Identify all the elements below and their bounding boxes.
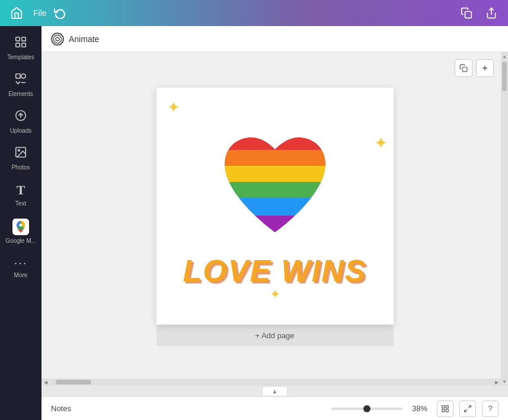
love-wins-text: LOVE WINS [183,253,367,288]
svg-rect-0 [465,12,472,18]
zoom-level: 38% [408,404,431,413]
more-icon: ··· [14,256,28,270]
text-label: Text [15,200,26,207]
templates-icon [14,36,27,52]
svg-rect-2 [16,37,20,41]
photos-label: Photos [11,164,30,171]
uploads-icon [14,109,27,125]
duplicate-button[interactable] [457,4,476,23]
svg-line-30 [465,409,467,412]
svg-point-14 [53,35,62,43]
photos-icon [14,146,27,162]
scroll-down-arrow[interactable]: ▼ [501,377,508,386]
svg-rect-3 [22,37,25,41]
home-button[interactable] [7,4,26,23]
notes-expand-arrow: ▲ [272,388,278,395]
notes-slider[interactable] [331,408,402,410]
scroll-right-arrow[interactable]: ▶ [493,379,501,386]
sparkle-topleft: ✦ [167,100,180,115]
svg-rect-23 [219,198,331,216]
scroll-up-arrow[interactable]: ▲ [501,52,508,60]
svg-rect-28 [446,409,448,412]
svg-rect-19 [219,132,331,150]
sidebar-item-templates[interactable]: Templates [2,31,40,65]
content-area: Animate [41,26,508,420]
svg-rect-5 [22,43,25,47]
more-label: More [14,272,28,278]
grid-view-button[interactable] [437,400,453,417]
main-layout: Templates Elements [0,26,508,420]
svg-rect-20 [219,150,331,166]
add-canvas-button[interactable] [476,59,494,77]
animate-label[interactable]: Animate [69,34,99,44]
svg-rect-21 [219,166,331,182]
notes-slider-dot [363,405,370,412]
file-menu[interactable]: File [33,8,47,18]
scroll-thumb-v[interactable] [502,62,507,91]
help-button[interactable]: ? [482,400,499,417]
elements-label: Elements [8,91,33,97]
svg-rect-25 [442,405,445,408]
svg-rect-4 [16,43,20,47]
elements-icon [14,72,27,88]
heart-svg [219,132,331,241]
help-icon: ? [488,404,492,413]
canvas-toolbar [455,59,494,77]
topbar-right [457,4,501,23]
sidebar-item-more[interactable]: ··· More [2,251,40,283]
svg-point-11 [18,149,20,151]
undo-button[interactable] [54,7,66,19]
sidebar-item-uploads[interactable]: Uploads [2,104,40,139]
scroll-left-arrow[interactable]: ◀ [41,379,50,386]
duplicate-canvas-button[interactable] [455,59,472,77]
notes-expand-button[interactable]: ▲ [41,386,508,396]
animate-bar: Animate [41,26,508,52]
topbar: File [0,0,508,26]
fullscreen-button[interactable] [459,400,476,417]
horizontal-scrollbar[interactable]: ◀ ▶ [41,379,501,386]
svg-point-15 [56,37,59,41]
googlemaps-label: Google M... [5,238,36,244]
googlemaps-icon [12,219,29,235]
sidebar-item-photos[interactable]: Photos [2,141,40,175]
uploads-label: Uploads [10,127,32,134]
svg-rect-22 [219,182,331,198]
svg-point-7 [21,74,25,78]
animate-icon [51,33,64,46]
sparkle-topright: ✦ [374,135,388,152]
design-canvas: ✦ ✦ [156,88,394,325]
vertical-scrollbar[interactable]: ▲ ▼ [501,52,508,386]
canvas-wrapper: ✦ ✦ [41,52,508,386]
sidebar: Templates Elements [0,26,41,420]
svg-rect-16 [462,67,467,72]
svg-rect-6 [16,74,20,78]
svg-point-13 [20,224,23,227]
share-button[interactable] [482,4,501,23]
svg-line-29 [468,405,471,408]
notes-label: Notes [51,404,71,413]
sidebar-item-googlemaps[interactable]: Google M... [2,214,40,249]
text-icon: T [17,182,25,198]
rainbow-heart [216,124,334,248]
scroll-thumb-h[interactable] [56,380,91,384]
svg-rect-27 [442,409,445,412]
add-page-button[interactable]: + Add page [156,325,394,346]
sidebar-item-elements[interactable]: Elements [2,68,40,102]
canvas-inner: ✦ ✦ [41,52,508,355]
sparkle-bottomcenter: ✦ [270,288,280,301]
svg-rect-24 [219,216,331,241]
templates-label: Templates [7,54,34,60]
sidebar-item-text[interactable]: T Text [2,178,40,211]
svg-rect-26 [446,405,448,408]
bottom-bar: Notes 38% [41,396,508,420]
